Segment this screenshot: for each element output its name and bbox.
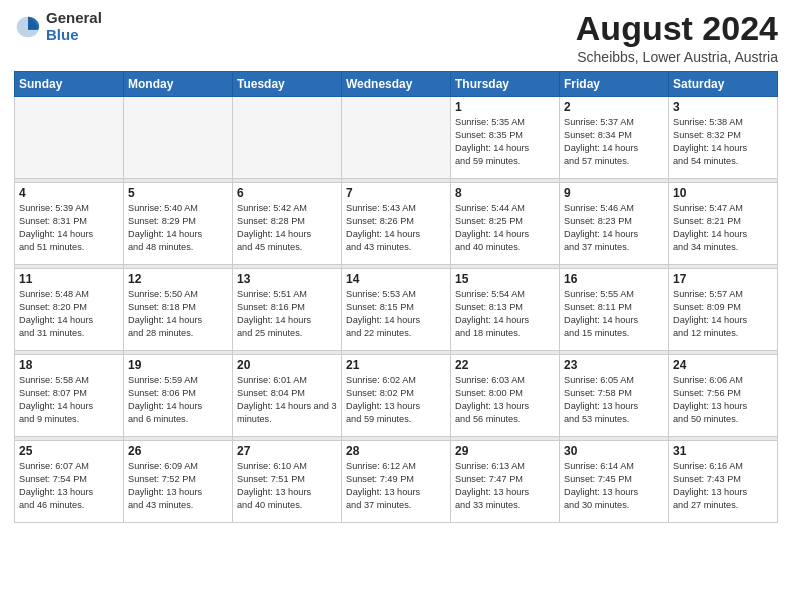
day-number: 10 <box>673 186 773 200</box>
day-info: Sunrise: 6:01 AM Sunset: 8:04 PM Dayligh… <box>237 374 337 426</box>
day-info: Sunrise: 5:50 AM Sunset: 8:18 PM Dayligh… <box>128 288 228 340</box>
day-number: 13 <box>237 272 337 286</box>
calendar-cell: 24Sunrise: 6:06 AM Sunset: 7:56 PM Dayli… <box>669 355 778 437</box>
calendar-cell: 6Sunrise: 5:42 AM Sunset: 8:28 PM Daylig… <box>233 183 342 265</box>
calendar-cell: 26Sunrise: 6:09 AM Sunset: 7:52 PM Dayli… <box>124 441 233 523</box>
calendar-cell: 29Sunrise: 6:13 AM Sunset: 7:47 PM Dayli… <box>451 441 560 523</box>
calendar-cell: 10Sunrise: 5:47 AM Sunset: 8:21 PM Dayli… <box>669 183 778 265</box>
day-number: 17 <box>673 272 773 286</box>
calendar-header-row: Sunday Monday Tuesday Wednesday Thursday… <box>15 72 778 97</box>
day-info: Sunrise: 5:40 AM Sunset: 8:29 PM Dayligh… <box>128 202 228 254</box>
day-info: Sunrise: 5:46 AM Sunset: 8:23 PM Dayligh… <box>564 202 664 254</box>
calendar-cell <box>15 97 124 179</box>
day-number: 12 <box>128 272 228 286</box>
day-info: Sunrise: 5:57 AM Sunset: 8:09 PM Dayligh… <box>673 288 773 340</box>
day-number: 16 <box>564 272 664 286</box>
day-number: 30 <box>564 444 664 458</box>
day-info: Sunrise: 5:59 AM Sunset: 8:06 PM Dayligh… <box>128 374 228 426</box>
day-number: 2 <box>564 100 664 114</box>
calendar-cell: 8Sunrise: 5:44 AM Sunset: 8:25 PM Daylig… <box>451 183 560 265</box>
day-number: 31 <box>673 444 773 458</box>
calendar-cell: 5Sunrise: 5:40 AM Sunset: 8:29 PM Daylig… <box>124 183 233 265</box>
day-number: 27 <box>237 444 337 458</box>
day-number: 8 <box>455 186 555 200</box>
day-number: 20 <box>237 358 337 372</box>
week-row-2: 4Sunrise: 5:39 AM Sunset: 8:31 PM Daylig… <box>15 183 778 265</box>
calendar-cell: 23Sunrise: 6:05 AM Sunset: 7:58 PM Dayli… <box>560 355 669 437</box>
day-info: Sunrise: 5:48 AM Sunset: 8:20 PM Dayligh… <box>19 288 119 340</box>
col-saturday: Saturday <box>669 72 778 97</box>
calendar-table: Sunday Monday Tuesday Wednesday Thursday… <box>14 71 778 523</box>
day-number: 15 <box>455 272 555 286</box>
day-info: Sunrise: 5:51 AM Sunset: 8:16 PM Dayligh… <box>237 288 337 340</box>
day-number: 4 <box>19 186 119 200</box>
day-number: 1 <box>455 100 555 114</box>
calendar-cell: 14Sunrise: 5:53 AM Sunset: 8:15 PM Dayli… <box>342 269 451 351</box>
week-row-4: 18Sunrise: 5:58 AM Sunset: 8:07 PM Dayli… <box>15 355 778 437</box>
day-info: Sunrise: 6:12 AM Sunset: 7:49 PM Dayligh… <box>346 460 446 512</box>
calendar-cell: 21Sunrise: 6:02 AM Sunset: 8:02 PM Dayli… <box>342 355 451 437</box>
day-number: 21 <box>346 358 446 372</box>
day-info: Sunrise: 6:16 AM Sunset: 7:43 PM Dayligh… <box>673 460 773 512</box>
calendar-cell: 18Sunrise: 5:58 AM Sunset: 8:07 PM Dayli… <box>15 355 124 437</box>
day-info: Sunrise: 6:14 AM Sunset: 7:45 PM Dayligh… <box>564 460 664 512</box>
day-number: 14 <box>346 272 446 286</box>
logo: General Blue <box>14 10 102 43</box>
day-info: Sunrise: 5:44 AM Sunset: 8:25 PM Dayligh… <box>455 202 555 254</box>
calendar-cell: 31Sunrise: 6:16 AM Sunset: 7:43 PM Dayli… <box>669 441 778 523</box>
calendar-cell: 15Sunrise: 5:54 AM Sunset: 8:13 PM Dayli… <box>451 269 560 351</box>
col-wednesday: Wednesday <box>342 72 451 97</box>
calendar-cell: 19Sunrise: 5:59 AM Sunset: 8:06 PM Dayli… <box>124 355 233 437</box>
day-info: Sunrise: 6:05 AM Sunset: 7:58 PM Dayligh… <box>564 374 664 426</box>
page-container: General Blue August 2024 Scheibbs, Lower… <box>0 0 792 529</box>
day-info: Sunrise: 5:38 AM Sunset: 8:32 PM Dayligh… <box>673 116 773 168</box>
calendar-cell: 11Sunrise: 5:48 AM Sunset: 8:20 PM Dayli… <box>15 269 124 351</box>
title-block: August 2024 Scheibbs, Lower Austria, Aus… <box>576 10 778 65</box>
day-number: 25 <box>19 444 119 458</box>
calendar-cell <box>342 97 451 179</box>
col-tuesday: Tuesday <box>233 72 342 97</box>
calendar-cell: 2Sunrise: 5:37 AM Sunset: 8:34 PM Daylig… <box>560 97 669 179</box>
header: General Blue August 2024 Scheibbs, Lower… <box>14 10 778 65</box>
week-row-3: 11Sunrise: 5:48 AM Sunset: 8:20 PM Dayli… <box>15 269 778 351</box>
day-info: Sunrise: 6:03 AM Sunset: 8:00 PM Dayligh… <box>455 374 555 426</box>
calendar-cell: 3Sunrise: 5:38 AM Sunset: 8:32 PM Daylig… <box>669 97 778 179</box>
day-info: Sunrise: 5:37 AM Sunset: 8:34 PM Dayligh… <box>564 116 664 168</box>
day-info: Sunrise: 5:53 AM Sunset: 8:15 PM Dayligh… <box>346 288 446 340</box>
day-info: Sunrise: 5:42 AM Sunset: 8:28 PM Dayligh… <box>237 202 337 254</box>
calendar-cell: 16Sunrise: 5:55 AM Sunset: 8:11 PM Dayli… <box>560 269 669 351</box>
calendar-cell: 13Sunrise: 5:51 AM Sunset: 8:16 PM Dayli… <box>233 269 342 351</box>
week-row-5: 25Sunrise: 6:07 AM Sunset: 7:54 PM Dayli… <box>15 441 778 523</box>
day-info: Sunrise: 6:02 AM Sunset: 8:02 PM Dayligh… <box>346 374 446 426</box>
logo-general-text: General <box>46 10 102 27</box>
logo-text: General Blue <box>46 10 102 43</box>
calendar-cell: 28Sunrise: 6:12 AM Sunset: 7:49 PM Dayli… <box>342 441 451 523</box>
day-number: 18 <box>19 358 119 372</box>
week-row-1: 1Sunrise: 5:35 AM Sunset: 8:35 PM Daylig… <box>15 97 778 179</box>
logo-icon <box>14 13 42 41</box>
calendar-cell: 25Sunrise: 6:07 AM Sunset: 7:54 PM Dayli… <box>15 441 124 523</box>
calendar-cell: 9Sunrise: 5:46 AM Sunset: 8:23 PM Daylig… <box>560 183 669 265</box>
calendar-cell <box>124 97 233 179</box>
day-info: Sunrise: 6:10 AM Sunset: 7:51 PM Dayligh… <box>237 460 337 512</box>
col-monday: Monday <box>124 72 233 97</box>
calendar-cell: 27Sunrise: 6:10 AM Sunset: 7:51 PM Dayli… <box>233 441 342 523</box>
calendar-cell <box>233 97 342 179</box>
day-number: 26 <box>128 444 228 458</box>
day-number: 11 <box>19 272 119 286</box>
location-subtitle: Scheibbs, Lower Austria, Austria <box>576 49 778 65</box>
month-year-title: August 2024 <box>576 10 778 47</box>
day-info: Sunrise: 6:07 AM Sunset: 7:54 PM Dayligh… <box>19 460 119 512</box>
calendar-cell: 17Sunrise: 5:57 AM Sunset: 8:09 PM Dayli… <box>669 269 778 351</box>
day-info: Sunrise: 5:58 AM Sunset: 8:07 PM Dayligh… <box>19 374 119 426</box>
day-number: 7 <box>346 186 446 200</box>
day-number: 23 <box>564 358 664 372</box>
day-number: 24 <box>673 358 773 372</box>
day-number: 5 <box>128 186 228 200</box>
calendar-cell: 4Sunrise: 5:39 AM Sunset: 8:31 PM Daylig… <box>15 183 124 265</box>
day-info: Sunrise: 5:55 AM Sunset: 8:11 PM Dayligh… <box>564 288 664 340</box>
day-number: 3 <box>673 100 773 114</box>
day-info: Sunrise: 6:09 AM Sunset: 7:52 PM Dayligh… <box>128 460 228 512</box>
day-number: 22 <box>455 358 555 372</box>
col-friday: Friday <box>560 72 669 97</box>
